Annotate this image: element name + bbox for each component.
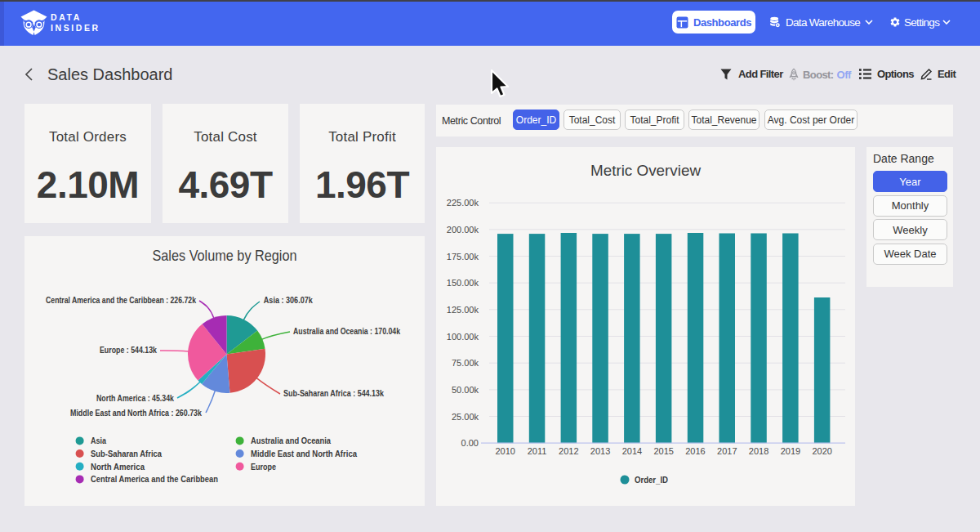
svg-text:2014: 2014 xyxy=(622,446,642,456)
svg-text:Middle East and North Africa: Middle East and North Africa xyxy=(251,449,357,458)
svg-text:2018: 2018 xyxy=(749,446,768,456)
svg-text:Central America and the Caribb: Central America and the Caribbean xyxy=(91,474,218,484)
svg-text:Sub-Saharan Africa: Sub-Saharan Africa xyxy=(91,449,162,458)
svg-text:Sales Volume by Region: Sales Volume by Region xyxy=(153,247,297,264)
svg-text:2013: 2013 xyxy=(590,446,610,456)
svg-text:2020: 2020 xyxy=(812,446,831,456)
svg-text:2017: 2017 xyxy=(717,446,737,456)
svg-text:Middle East and North Africa :: Middle East and North Africa : 260.73k xyxy=(70,408,202,418)
svg-text:Order_ID: Order_ID xyxy=(635,475,668,485)
svg-text:2010: 2010 xyxy=(495,446,514,456)
svg-text:2011: 2011 xyxy=(528,446,547,456)
svg-text:125.00k: 125.00k xyxy=(447,305,479,315)
svg-text:Asia : 306.07k: Asia : 306.07k xyxy=(264,295,313,305)
svg-text:Australia and Oceania : 170.04: Australia and Oceania : 170.04k xyxy=(293,326,400,336)
svg-text:2012: 2012 xyxy=(559,446,578,456)
svg-text:2015: 2015 xyxy=(653,446,673,456)
svg-text:150.00k: 150.00k xyxy=(447,278,479,288)
svg-text:175.00k: 175.00k xyxy=(447,252,479,262)
svg-text:Europe : 544.13k: Europe : 544.13k xyxy=(100,345,157,355)
svg-text:Asia: Asia xyxy=(91,436,106,445)
svg-text:2019: 2019 xyxy=(781,446,800,456)
svg-text:Australia and Oceania: Australia and Oceania xyxy=(251,436,331,445)
svg-text:Central America and the Caribb: Central America and the Caribbean : 226.… xyxy=(46,295,196,305)
svg-text:Sub-Saharan Africa : 544.13k: Sub-Saharan Africa : 544.13k xyxy=(283,388,384,398)
svg-text:25.00k: 25.00k xyxy=(452,412,479,422)
svg-text:50.00k: 50.00k xyxy=(452,385,479,395)
svg-text:0.00: 0.00 xyxy=(461,438,479,448)
svg-text:Europe: Europe xyxy=(251,462,276,472)
svg-text:2016: 2016 xyxy=(685,446,705,456)
svg-text:Metric Overview: Metric Overview xyxy=(590,162,701,179)
svg-text:225.00k: 225.00k xyxy=(447,198,479,208)
svg-text:North America : 45.34k: North America : 45.34k xyxy=(96,393,174,403)
svg-text:North America: North America xyxy=(91,462,145,472)
svg-text:100.00k: 100.00k xyxy=(447,332,479,342)
svg-text:75.00k: 75.00k xyxy=(452,358,479,368)
svg-text:200.00k: 200.00k xyxy=(447,225,479,235)
